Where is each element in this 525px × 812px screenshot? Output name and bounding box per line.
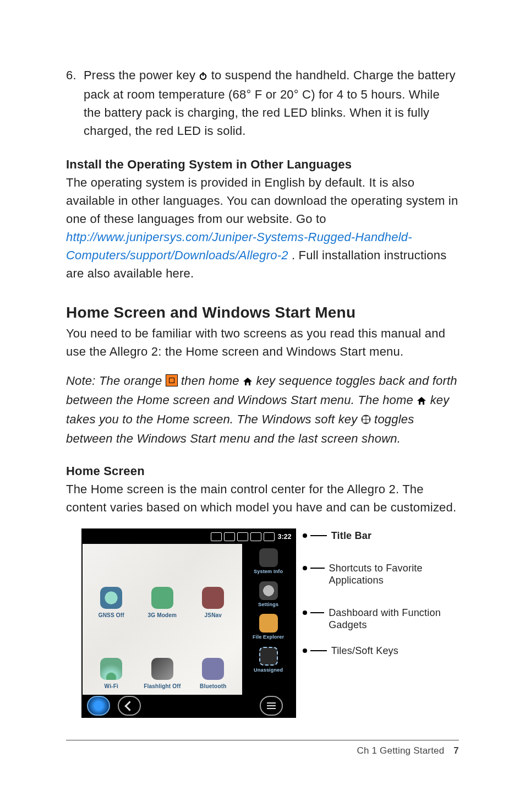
status-icon (224, 532, 235, 541)
note-paragraph: Note: The orange then home key sequence … (66, 372, 459, 448)
shortcut-label: Unassigned (254, 667, 283, 674)
gadget-label: Bluetooth (200, 682, 226, 690)
shortcut-settings[interactable]: Settings (258, 581, 278, 609)
callout-text: Dashboard with Function Gadgets (329, 607, 459, 631)
menu-soft-key[interactable] (260, 696, 283, 716)
back-soft-key[interactable] (118, 696, 141, 716)
gadget-bluetooth[interactable]: Bluetooth (189, 622, 238, 690)
svg-rect-1 (203, 72, 204, 76)
home-icon (243, 373, 253, 391)
gadget-label: JSNav (205, 611, 222, 619)
power-icon (199, 67, 207, 85)
gadget-3g[interactable]: 3G Modem (138, 551, 187, 619)
callout-text: Tiles/Soft Keys (331, 645, 398, 657)
screen-body: GNSS Off 3G Modem JSNav Wi-Fi Flashlight… (83, 544, 295, 695)
gadget-flashlight[interactable]: Flashlight Off (138, 622, 187, 690)
volume-icon (250, 532, 261, 541)
home-icon (417, 392, 426, 410)
step-6: 6. Press the power key to suspend the ha… (66, 66, 459, 140)
install-os-paragraph: The operating system is provided in Engl… (66, 173, 459, 282)
shortcut-label: File Explorer (253, 634, 284, 641)
status-icon (211, 532, 222, 541)
title-bar: 3:22 (83, 530, 295, 544)
home-screen-paragraph: The Home screen is the main control cent… (66, 480, 459, 516)
callout-labels: Title Bar Shortcuts to Favorite Applicat… (303, 528, 459, 669)
callout-text: Title Bar (331, 530, 372, 542)
callout-tiles: Tiles/Soft Keys (303, 645, 459, 657)
callout-titlebar: Title Bar (303, 530, 459, 542)
shortcut-file-explorer[interactable]: File Explorer (253, 614, 284, 641)
signal-icon (237, 532, 248, 541)
note-t2: then home (181, 374, 243, 388)
step-6-number: 6. (66, 66, 84, 140)
shortcut-unassigned[interactable]: Unassigned (254, 647, 283, 674)
orange-key-icon (166, 374, 178, 386)
windows-icon (361, 411, 371, 429)
home-start-heading: Home Screen and Windows Start Menu (66, 301, 459, 324)
shortcut-system-info[interactable]: System Info (254, 548, 283, 576)
note-t1: Note: The orange (66, 374, 166, 388)
callout-dashboard: Dashboard with Function Gadgets (303, 607, 459, 631)
gadget-label: Wi-Fi (105, 682, 118, 690)
svg-point-2 (361, 415, 370, 424)
gadget-jsnav[interactable]: JSNav (189, 551, 238, 619)
footer-page-number: 7 (453, 745, 459, 756)
gadget-label: Flashlight Off (144, 682, 181, 690)
shortcut-label: Settings (258, 601, 278, 609)
shortcuts-column: System Info Settings File Explorer Unass… (242, 544, 295, 695)
battery-icon (264, 532, 275, 541)
step6-pre: Press the power key (84, 68, 199, 82)
gadget-gnss[interactable]: GNSS Off (87, 551, 136, 619)
step-6-text: Press the power key to suspend the handh… (84, 66, 459, 140)
footer-chapter: Ch 1 Getting Started (357, 745, 444, 756)
gadget-label: 3G Modem (147, 611, 177, 619)
gadget-label: GNSS Off (99, 611, 124, 619)
clock: 3:22 (278, 532, 292, 542)
tiles-bar (83, 695, 295, 717)
install-os-heading: Install the Operating System in Other La… (66, 155, 459, 173)
home-screen-heading: Home Screen (66, 462, 459, 480)
install-pre: The operating system is provided in Engl… (66, 176, 458, 226)
page-footer: Ch 1 Getting Started 7 (66, 740, 459, 758)
callout-text: Shortcuts to Favorite Applications (329, 562, 459, 587)
home-screen-figure: 3:22 GNSS Off 3G Modem JSNav Wi-Fi Flash… (81, 528, 459, 718)
dashboard-gadgets: GNSS Off 3G Modem JSNav Wi-Fi Flashlight… (83, 544, 242, 695)
device-screen: 3:22 GNSS Off 3G Modem JSNav Wi-Fi Flash… (81, 528, 296, 718)
callout-shortcuts: Shortcuts to Favorite Applications (303, 562, 459, 587)
shortcut-label: System Info (254, 568, 283, 576)
gadget-wifi[interactable]: Wi-Fi (87, 622, 136, 690)
home-start-paragraph: You need to be familiar with two screens… (66, 324, 459, 361)
windows-soft-key[interactable] (87, 696, 110, 716)
